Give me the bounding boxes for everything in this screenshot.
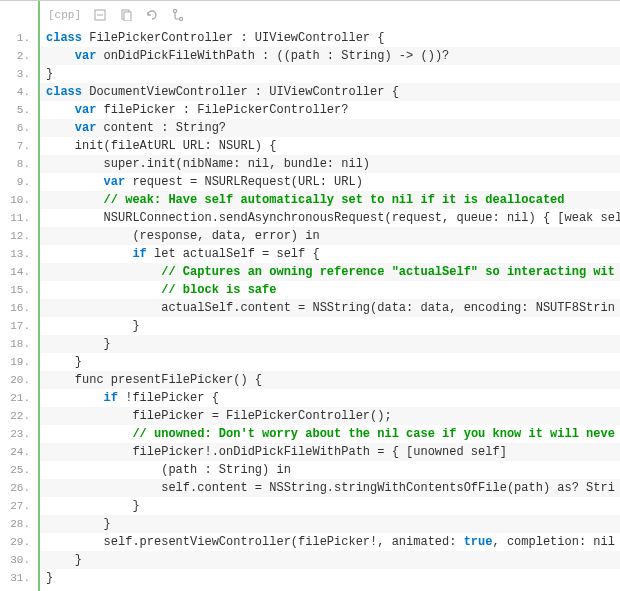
line-number: 26. bbox=[0, 479, 38, 497]
text-token: request = NSURLRequest(URL: URL) bbox=[125, 175, 363, 189]
text-token: NSURLConnection.sendAsynchronousRequest(… bbox=[46, 211, 620, 225]
line-number: 11. bbox=[0, 209, 38, 227]
code-line: } bbox=[40, 497, 620, 515]
line-number: 15. bbox=[0, 281, 38, 299]
text-token: self.content = NSString.stringWithConten… bbox=[46, 481, 615, 495]
line-number: 14. bbox=[0, 263, 38, 281]
code-line: if !filePicker { bbox=[40, 389, 620, 407]
text-token: filePicker : FilePickerController? bbox=[96, 103, 348, 117]
text-token bbox=[46, 49, 75, 63]
code-line: } bbox=[40, 569, 620, 587]
code-line: } bbox=[40, 65, 620, 83]
code-line: (path : String) in bbox=[40, 461, 620, 479]
line-number: 22. bbox=[0, 407, 38, 425]
text-token bbox=[46, 391, 104, 405]
code-line: } bbox=[40, 317, 620, 335]
text-token: FilePickerController : UIViewController … bbox=[89, 31, 384, 45]
code-line: func presentFilePicker() { bbox=[40, 371, 620, 389]
line-number: 31. bbox=[0, 569, 38, 587]
text-token: (response, data, error) in bbox=[46, 229, 320, 243]
text-token: filePicker = FilePickerController(); bbox=[46, 409, 392, 423]
main-panel: [cpp] class FilePickerController : UIVie… bbox=[40, 1, 620, 591]
comment-token: // unowned: Don't worry about the nil ca… bbox=[132, 427, 614, 441]
code-line: // Captures an owning reference "actualS… bbox=[40, 263, 620, 281]
code-line: NSURLConnection.sendAsynchronousRequest(… bbox=[40, 209, 620, 227]
code-line: } bbox=[40, 515, 620, 533]
line-number: 17. bbox=[0, 317, 38, 335]
line-number: 6. bbox=[0, 119, 38, 137]
comment-token: // block is safe bbox=[161, 283, 276, 297]
text-token: content : String? bbox=[96, 121, 226, 135]
text-token: } bbox=[46, 517, 111, 531]
line-number-gutter: 1.2.3.4.5.6.7.8.9.10.11.12.13.14.15.16.1… bbox=[0, 1, 40, 591]
text-token: } bbox=[46, 499, 140, 513]
code-line: var filePicker : FilePickerController? bbox=[40, 101, 620, 119]
text-token: , completion: nil bbox=[492, 535, 614, 549]
keyword-token: class bbox=[46, 31, 89, 45]
text-token: (path : String) in bbox=[46, 463, 291, 477]
refresh-icon[interactable] bbox=[145, 8, 159, 22]
text-token: onDidPickFileWithPath : ((path : String)… bbox=[96, 49, 449, 63]
line-number: 12. bbox=[0, 227, 38, 245]
code-line: // block is safe bbox=[40, 281, 620, 299]
code-line: class FilePickerController : UIViewContr… bbox=[40, 29, 620, 47]
code-snippet-container: 1.2.3.4.5.6.7.8.9.10.11.12.13.14.15.16.1… bbox=[0, 0, 620, 591]
line-number: 25. bbox=[0, 461, 38, 479]
code-line: var onDidPickFileWithPath : ((path : Str… bbox=[40, 47, 620, 65]
text-token: !filePicker { bbox=[118, 391, 219, 405]
line-number: 28. bbox=[0, 515, 38, 533]
line-number: 24. bbox=[0, 443, 38, 461]
code-line: if let actualSelf = self { bbox=[40, 245, 620, 263]
keyword-token: class bbox=[46, 85, 89, 99]
svg-rect-3 bbox=[124, 12, 131, 21]
line-number: 21. bbox=[0, 389, 38, 407]
text-token: } bbox=[46, 67, 53, 81]
code-line: class DocumentViewController : UIViewCon… bbox=[40, 83, 620, 101]
code-line: // unowned: Don't worry about the nil ca… bbox=[40, 425, 620, 443]
line-number: 16. bbox=[0, 299, 38, 317]
text-token: actualSelf.content = NSString(data: data… bbox=[46, 301, 615, 315]
language-tag: [cpp] bbox=[48, 9, 81, 21]
line-number: 23. bbox=[0, 425, 38, 443]
line-number: 1. bbox=[0, 29, 38, 47]
code-line: (response, data, error) in bbox=[40, 227, 620, 245]
comment-token: // weak: Have self automatically set to … bbox=[104, 193, 565, 207]
copy-icon[interactable] bbox=[119, 8, 133, 22]
line-number: 18. bbox=[0, 335, 38, 353]
svg-point-5 bbox=[179, 17, 182, 20]
text-token bbox=[46, 427, 132, 441]
text-token bbox=[46, 247, 132, 261]
code-area: class FilePickerController : UIViewContr… bbox=[40, 29, 620, 591]
code-line: self.content = NSString.stringWithConten… bbox=[40, 479, 620, 497]
text-token bbox=[46, 193, 104, 207]
line-number: 5. bbox=[0, 101, 38, 119]
text-token: func presentFilePicker() { bbox=[46, 373, 262, 387]
code-line: var content : String? bbox=[40, 119, 620, 137]
text-token: } bbox=[46, 571, 53, 585]
text-token: filePicker!.onDidPickFileWithPath = { [u… bbox=[46, 445, 507, 459]
keyword-token: if bbox=[104, 391, 118, 405]
code-line: } bbox=[40, 353, 620, 371]
text-token: super.init(nibName: nil, bundle: nil) bbox=[46, 157, 370, 171]
keyword-token: var bbox=[75, 103, 97, 117]
code-line: // weak: Have self automatically set to … bbox=[40, 191, 620, 209]
text-token bbox=[46, 121, 75, 135]
code-line: self.presentViewController(filePicker!, … bbox=[40, 533, 620, 551]
line-number: 10. bbox=[0, 191, 38, 209]
text-token: let actualSelf = self { bbox=[147, 247, 320, 261]
line-number: 8. bbox=[0, 155, 38, 173]
line-number: 29. bbox=[0, 533, 38, 551]
line-number: 7. bbox=[0, 137, 38, 155]
text-token: init(fileAtURL URL: NSURL) { bbox=[46, 139, 276, 153]
line-number: 2. bbox=[0, 47, 38, 65]
keyword-token: var bbox=[75, 49, 97, 63]
text-token: } bbox=[46, 553, 82, 567]
code-line: init(fileAtURL URL: NSURL) { bbox=[40, 137, 620, 155]
text-token bbox=[46, 265, 161, 279]
diff-icon[interactable] bbox=[171, 8, 185, 22]
line-number: 9. bbox=[0, 173, 38, 191]
collapse-icon[interactable] bbox=[93, 8, 107, 22]
snippet-toolbar: [cpp] bbox=[40, 1, 620, 29]
svg-point-4 bbox=[173, 9, 176, 12]
keyword-token: var bbox=[104, 175, 126, 189]
